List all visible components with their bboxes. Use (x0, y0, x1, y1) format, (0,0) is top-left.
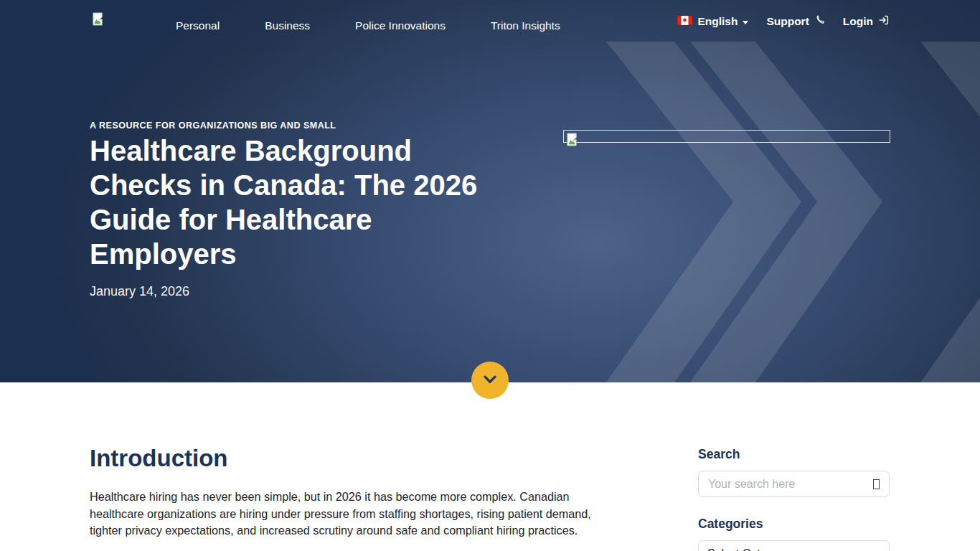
categories-select[interactable]: Select Category (698, 540, 890, 551)
login-label: Login (843, 15, 873, 28)
hero-image-broken (563, 130, 890, 143)
nav-item-police-innovations[interactable]: Police Innovations (355, 19, 446, 32)
phone-icon (814, 15, 825, 29)
canada-flag-icon (677, 15, 692, 28)
nav-item-personal[interactable]: Personal (176, 19, 220, 32)
nav-item-triton-insights[interactable]: Triton Insights (491, 19, 560, 32)
logo-broken-image-icon[interactable] (91, 11, 105, 29)
page-title: Healthcare Background Checks in Canada: … (90, 133, 509, 271)
language-label: English (697, 15, 738, 28)
nav-item-business[interactable]: Business (265, 19, 310, 32)
chevron-down-icon (743, 21, 748, 24)
section-heading-introduction: Introduction (90, 445, 227, 472)
main-navigation: Personal Business Police Innovations Tri… (176, 19, 560, 32)
broken-image-icon (565, 132, 579, 147)
scroll-down-button[interactable] (471, 362, 509, 399)
support-label: Support (766, 15, 809, 28)
language-dropdown[interactable]: English (677, 15, 748, 28)
support-link[interactable]: Support (766, 15, 824, 29)
login-link[interactable]: Login (843, 14, 890, 29)
article-paragraph: Healthcare hiring has never been simple,… (90, 489, 595, 540)
article-date: January 14, 2026 (90, 284, 189, 299)
box-arrow-in-right-icon (878, 14, 890, 29)
hero-section: Personal Business Police Innovations Tri… (0, 0, 980, 382)
utility-navigation: English Support Login (677, 14, 890, 29)
chevron-down-icon (481, 370, 499, 391)
hero-eyebrow: A RESOURCE FOR ORGANIZATIONS BIG AND SMA… (90, 121, 336, 131)
search-box (698, 471, 890, 497)
sidebar-categories-heading: Categories (698, 517, 763, 532)
search-button[interactable] (863, 471, 889, 496)
search-input[interactable] (699, 478, 863, 491)
missing-glyph-search-icon (873, 479, 880, 489)
sidebar-search-heading: Search (698, 447, 740, 462)
